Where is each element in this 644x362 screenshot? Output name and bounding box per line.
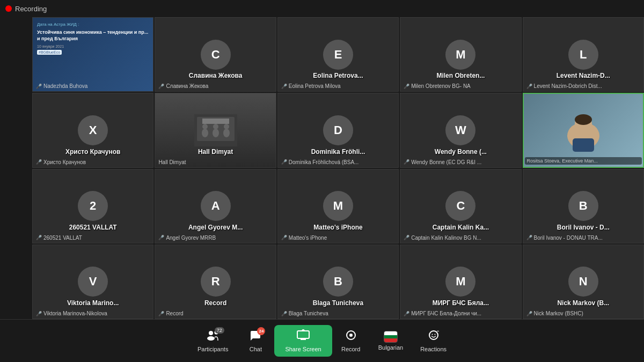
- participant-cell-12[interactable]: M Matteo's iPhone 🎤 Matteo's iPhone: [277, 169, 399, 243]
- participant-cell-2[interactable]: E Eolina Petrova... 🎤 Eolina Petrova Mil…: [277, 17, 399, 92]
- cell-subtitle-6: Hall Dimyat: [158, 159, 272, 165]
- reactions-icon: [427, 329, 440, 344]
- participant-cell-11[interactable]: A Angel Gyorev M... 🎤 Angel Gyorev MRRB: [155, 169, 276, 243]
- mic-icon-11: 🎤: [158, 235, 164, 240]
- cell-name-19: Nick Markov (B...: [557, 299, 609, 307]
- cell-name-17: Blaga Tunicheva: [313, 299, 363, 307]
- cell-subtitle-3: 🎤 Milen Obretenov BG- NA: [404, 83, 517, 89]
- participants-button[interactable]: 72 Participants: [189, 326, 237, 356]
- participants-label: Participants: [197, 346, 228, 352]
- participant-cell-16[interactable]: R Record 🎤 Record: [155, 245, 276, 319]
- mic-icon-3: 🎤: [404, 84, 409, 89]
- participant-cell-4[interactable]: L Levent Nazim-D... 🎤 Levent Nazim-Dobri…: [523, 17, 644, 92]
- avatar-15: V: [78, 267, 108, 297]
- cell-subtitle-18: 🎤 МИРГ БЧС Бяла-Долни чи...: [404, 311, 517, 316]
- participant-cell-18[interactable]: М МИРГ БЧС Бяла... 🎤 МИРГ БЧС Бяла-Долни…: [400, 245, 521, 319]
- rositsa-avatar-svg: [559, 109, 608, 152]
- participant-cell-19[interactable]: N Nick Markov (B... 🎤 Nick Markov (BSHC): [523, 245, 644, 319]
- top-bar: Recording: [0, 0, 644, 17]
- avatar-18: М: [445, 267, 475, 297]
- svg-point-2: [202, 129, 208, 137]
- participant-cell-10[interactable]: 2 260521 VALLAT 🎤 260521 VALLAT: [32, 169, 153, 243]
- avatar-13: C: [445, 191, 475, 221]
- mic-icon-4: 🎤: [526, 84, 532, 89]
- hall-inner: [155, 93, 275, 167]
- avatar-7: D: [323, 115, 353, 145]
- avatar-8: W: [445, 115, 475, 145]
- cell-name-4: Levent Nazim-D...: [557, 72, 610, 79]
- hall-visual: [194, 114, 237, 146]
- participant-cell-9[interactable]: Rositsa Stoeva, Executive Man...: [523, 93, 644, 167]
- chat-button[interactable]: 24 Chat: [237, 326, 274, 356]
- recording-dot: [5, 5, 12, 12]
- share-screen-label: Share Screen: [285, 346, 321, 352]
- share-screen-button[interactable]: Share Screen: [274, 325, 332, 357]
- pres-badge: #BGBlueEco: [37, 50, 62, 55]
- participant-cell-14[interactable]: B Boril Ivanov - D... 🎤 Boril Ivanov - D…: [523, 169, 644, 243]
- svg-point-5: [213, 124, 218, 129]
- avatar-3: M: [445, 40, 475, 70]
- avatar-2: E: [323, 40, 353, 70]
- cell-name-12: Matteo's iPhone: [313, 224, 363, 231]
- participant-cell-13[interactable]: C Captain Kalin Ka... 🎤 Captain Kalin Ka…: [400, 169, 521, 243]
- participant-cell-8[interactable]: W Wendy Bonne (... 🎤 Wendy Bonne (EC DG …: [400, 93, 521, 167]
- participant-cell-3[interactable]: M Milen Obreten... 🎤 Milen Obretenov BG-…: [400, 17, 521, 92]
- participant-cell-5[interactable]: Х Христо Крачунов 🎤 Христо Крачунов: [32, 93, 153, 167]
- reactions-button[interactable]: Reactions: [412, 326, 455, 356]
- cell-name-18: МИРГ БЧС Бяла...: [433, 299, 489, 307]
- cell-subtitle-0: 🎤 Nadezhda Buhova: [36, 83, 150, 89]
- mic-icon-15: 🎤: [36, 311, 42, 316]
- svg-point-4: [213, 129, 219, 137]
- participant-cell-15[interactable]: V Viktoria Marino... 🎤 Viktoria Marinova…: [32, 245, 153, 319]
- mic-icon-12: 🎤: [281, 235, 287, 240]
- cell-name-16: Record: [204, 299, 226, 307]
- pres-date: 10 януари 2021: [37, 45, 64, 48]
- svg-point-31: [429, 331, 438, 339]
- pres-title: Устойчива синя икономика – тенденции и п…: [37, 29, 149, 42]
- pres-top-line: Дата на Астра ЖИД :: [37, 22, 79, 27]
- svg-point-6: [223, 129, 230, 137]
- svg-point-32: [431, 334, 433, 335]
- mic-icon-1: 🎤: [158, 84, 164, 89]
- svg-point-23: [209, 331, 213, 335]
- chat-icon: 24: [249, 329, 262, 344]
- participant-cell-6[interactable]: Hall Dimyat Hall Dimyat: [155, 93, 276, 167]
- record-label: Record: [341, 346, 360, 352]
- cell-name-15: Viktoria Marino...: [67, 299, 119, 307]
- mic-icon-2: 🎤: [281, 84, 287, 89]
- record-button[interactable]: Record: [332, 326, 370, 356]
- mic-icon-18: 🎤: [404, 311, 409, 316]
- cell-subtitle-14: 🎤 Boril Ivanov - DONAU TRA...: [526, 235, 640, 241]
- svg-point-30: [349, 334, 353, 337]
- chat-label: Chat: [250, 346, 262, 352]
- mic-icon-0: 🎤: [36, 84, 42, 89]
- cell-subtitle-2: 🎤 Eolina Petrova Milova: [281, 83, 395, 89]
- avatar-4: L: [568, 40, 598, 70]
- mic-icon-8: 🎤: [404, 159, 409, 165]
- svg-point-24: [207, 336, 215, 341]
- participant-cell-0[interactable]: Дата на Астра ЖИД : Устойчива синя иконо…: [32, 17, 153, 92]
- participant-cell-1[interactable]: С Славина Жекова 🎤 Славина Жекова: [155, 17, 276, 92]
- cell-subtitle-10: 🎤 260521 VALLAT: [36, 235, 150, 241]
- svg-point-3: [202, 124, 208, 129]
- participant-cell-17[interactable]: B Blaga Tunicheva 🎤 Blaga Tunicheva: [277, 245, 399, 319]
- cell-name-14: Boril Ivanov - D...: [557, 224, 610, 231]
- mic-icon-19: 🎤: [526, 311, 532, 316]
- mic-icon-14: 🎤: [526, 235, 532, 240]
- cell-subtitle-7: 🎤 Dominika Fröhlichová (BSA...: [281, 159, 395, 165]
- cell-name-7: Dominika Fröhli...: [311, 148, 365, 156]
- avatar-19: N: [568, 267, 598, 297]
- cell-subtitle-15: 🎤 Viktoria Marinova-Nikolova: [36, 311, 150, 316]
- svg-rect-26: [297, 331, 309, 338]
- cell-name-13: Captain Kalin Ka...: [433, 224, 489, 231]
- cell-subtitle-5: 🎤 Христо Крачунов: [36, 159, 150, 165]
- recording-label: Recording: [15, 5, 47, 13]
- cell-subtitle-8: 🎤 Wendy Bonne (EC DG R&I ...: [404, 159, 517, 165]
- participant-cell-7[interactable]: D Dominika Fröhli... 🎤 Dominika Fröhlich…: [277, 93, 399, 167]
- cell-subtitle-13: 🎤 Captain Kalin Kalinov BG N...: [404, 235, 517, 241]
- bg-button[interactable]: Bulgarian: [370, 328, 412, 354]
- cell-subtitle-12: 🎤 Matteo's iPhone: [281, 235, 395, 241]
- cell-name-10: 260521 VALLAT: [69, 224, 117, 231]
- cell-subtitle-16: 🎤 Record: [158, 311, 272, 316]
- record-icon: [345, 329, 357, 344]
